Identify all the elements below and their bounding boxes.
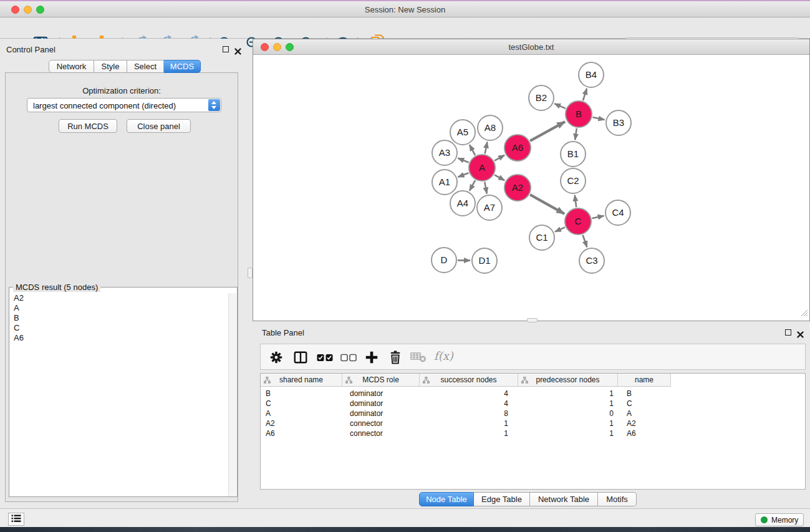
run-mcds-button[interactable]: Run MCDS <box>59 119 117 133</box>
tab-mcds[interactable]: MCDS <box>164 60 201 73</box>
graph-node-B[interactable]: B <box>566 101 592 127</box>
delete-table-button[interactable] <box>410 352 427 365</box>
column-header[interactable]: MCDS role <box>342 374 420 387</box>
graph-edge-A2-C[interactable] <box>530 195 564 214</box>
graph-node-B1[interactable]: B1 <box>561 142 586 167</box>
graph-edge-B-B1[interactable] <box>575 128 577 140</box>
float-panel-icon[interactable] <box>223 46 229 52</box>
panel-divider-grip-vertical[interactable] <box>248 268 253 278</box>
dropdown-stepper <box>208 99 220 111</box>
table-cell: dominator <box>342 399 420 409</box>
graph-node-C3[interactable]: C3 <box>579 248 604 273</box>
close-panel-icon[interactable] <box>234 46 241 57</box>
tab-select[interactable]: Select <box>127 60 164 73</box>
mcds-result-item[interactable]: A <box>10 303 227 313</box>
criterion-dropdown[interactable]: largest connected component (directed) <box>27 98 221 112</box>
table-row[interactable]: Cdominator41C <box>261 399 805 409</box>
float-panel-icon[interactable] <box>785 329 791 336</box>
mcds-result-item[interactable]: B <box>10 313 227 323</box>
graph-edge-C-C1[interactable] <box>555 227 565 231</box>
svg-text:A4: A4 <box>457 198 468 208</box>
graph-node-A2[interactable]: A2 <box>504 175 531 201</box>
graph-edge-C-C3[interactable] <box>583 235 587 248</box>
graph-edge-A-A6[interactable] <box>494 155 504 161</box>
function-builder-button[interactable]: f(x) <box>434 349 453 362</box>
tab-motifs[interactable]: Motifs <box>598 492 637 506</box>
split-view-button[interactable] <box>293 350 308 367</box>
graph-node-D1[interactable]: D1 <box>472 248 497 273</box>
graph-edge-A-A8[interactable] <box>485 142 488 154</box>
graph-node-A[interactable]: A <box>469 155 495 181</box>
panel-divider-grip-horizontal[interactable] <box>527 318 538 322</box>
graph-node-C2[interactable]: C2 <box>561 168 586 193</box>
mcds-result-item[interactable]: A2 <box>10 293 227 303</box>
graph-node-A1[interactable]: A1 <box>432 170 457 195</box>
graph-node-D[interactable]: D <box>432 248 456 273</box>
graph-edge-B-B4[interactable] <box>583 89 587 100</box>
graph-node-A4[interactable]: A4 <box>450 191 475 216</box>
svg-text:A2: A2 <box>512 182 523 193</box>
mcds-result-scrollbar[interactable] <box>228 293 236 496</box>
graph-edge-A6-B[interactable] <box>530 122 565 141</box>
graph-edge-A-A1[interactable] <box>458 173 468 177</box>
graph-node-C4[interactable]: C4 <box>605 200 630 225</box>
graph-node-A8[interactable]: A8 <box>478 115 503 140</box>
close-panel-button[interactable]: Close panel <box>127 119 191 133</box>
table-cell: B <box>618 389 671 399</box>
graph-node-B4[interactable]: B4 <box>579 62 604 87</box>
table-cell: C <box>261 399 342 409</box>
graph-edge-B-B3[interactable] <box>592 117 604 120</box>
graph-node-C1[interactable]: C1 <box>529 225 554 250</box>
tab-edge-table[interactable]: Edge Table <box>474 492 530 506</box>
tab-network-table[interactable]: Network Table <box>530 492 598 506</box>
shared-column-icon <box>521 377 528 385</box>
table-row[interactable]: A6connector11A6 <box>261 428 805 438</box>
column-header[interactable]: successor nodes <box>420 374 518 387</box>
column-header[interactable]: name <box>618 374 671 387</box>
table-row[interactable]: A2connector11A2 <box>261 418 805 428</box>
graph-edge-A-A5[interactable] <box>470 145 475 155</box>
control-panel: Control Panel Network Style Select MCDS … <box>0 39 243 508</box>
main-titlebar: Session: New Session <box>0 1 810 17</box>
memory-button[interactable]: Memory <box>755 513 804 526</box>
svg-text:A1: A1 <box>439 177 450 187</box>
graph-edge-A-A2[interactable] <box>494 175 504 180</box>
graph-edge-A-A7[interactable] <box>485 182 487 194</box>
network-graph[interactable]: B4B2BB3A5A8A6A3AB1A1C2A2A4A7CC4C1C3DD1 <box>253 55 809 321</box>
graph-edge-B-B2[interactable] <box>554 104 566 109</box>
graph-node-A7[interactable]: A7 <box>477 195 502 220</box>
delete-columns-button[interactable] <box>388 350 403 367</box>
shared-column-icon <box>423 377 430 385</box>
svg-text:D1: D1 <box>478 255 490 266</box>
mcds-result-item[interactable]: A6 <box>10 333 227 343</box>
svg-text:A7: A7 <box>484 202 495 213</box>
table-row[interactable]: Adominator80A <box>261 409 805 418</box>
graph-node-C[interactable]: C <box>565 208 591 235</box>
optimization-label: Optimization criterion: <box>0 86 243 95</box>
mcds-result-item[interactable]: C <box>10 323 227 333</box>
add-column-button[interactable] <box>364 350 379 367</box>
tab-node-table[interactable]: Node Table <box>419 492 474 506</box>
graph-edge-C-C2[interactable] <box>575 195 576 207</box>
tab-network[interactable]: Network <box>49 60 94 73</box>
window-resize-grip[interactable] <box>800 308 808 319</box>
graph-edge-A-A3[interactable] <box>458 158 468 163</box>
table-header: shared nameMCDS rolesuccessor nodesprede… <box>261 374 805 387</box>
deselect-all-checkboxes-button[interactable] <box>340 353 357 364</box>
graph-node-B3[interactable]: B3 <box>606 110 631 135</box>
graph-node-B2[interactable]: B2 <box>529 85 554 110</box>
close-panel-icon[interactable] <box>797 329 804 341</box>
select-all-checkboxes-button[interactable] <box>317 353 333 364</box>
graph-node-A3[interactable]: A3 <box>432 140 457 165</box>
column-header[interactable]: predecessor nodes <box>518 374 618 387</box>
column-header[interactable]: shared name <box>261 374 342 387</box>
graph-node-A5[interactable]: A5 <box>450 120 475 145</box>
table-settings-button[interactable] <box>269 350 284 367</box>
tab-style[interactable]: Style <box>94 60 127 73</box>
show-panels-button[interactable] <box>8 513 24 526</box>
graph-edge-C-C4[interactable] <box>592 216 604 218</box>
memory-status-dot <box>761 516 768 523</box>
graph-node-A6[interactable]: A6 <box>504 135 531 161</box>
table-row[interactable]: Bdominator41B <box>261 389 805 399</box>
graph-edge-A-A4[interactable] <box>470 180 475 191</box>
